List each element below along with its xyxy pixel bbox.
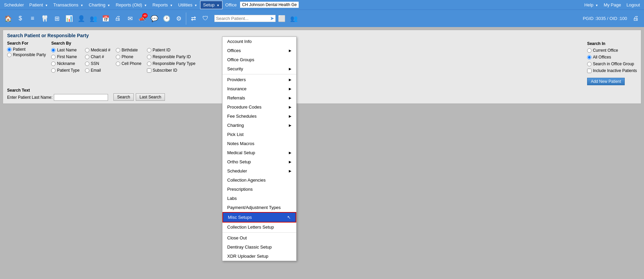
menu-scheduler[interactable]: Scheduler ▶ (222, 166, 296, 176)
inactive-check[interactable] (587, 69, 592, 73)
nav-mypage[interactable]: My Page (601, 1, 624, 9)
nav-reports-old[interactable]: Reports (Old) ▼ (113, 1, 150, 9)
chart-radio[interactable] (85, 55, 89, 59)
pattype-radio-row: Patient Type (51, 68, 80, 73)
inactive-label: Include Inactive Patients (593, 68, 637, 73)
list-icon[interactable]: ≡ (26, 13, 39, 25)
right-options-label (147, 41, 196, 46)
tooth-icon[interactable]: 🦷 (39, 13, 51, 25)
square-icon[interactable]: ⬜ (276, 13, 288, 25)
menu-payment-adjustment-types[interactable]: Payment/Adjustment Types (222, 203, 296, 212)
phone-radio[interactable] (116, 55, 120, 59)
chart-icon[interactable]: 📊 (63, 13, 75, 25)
nav-reports[interactable]: Reports ▼ (150, 1, 175, 9)
medicaid-radio[interactable] (85, 48, 89, 52)
patient-radio[interactable] (7, 47, 12, 52)
cell-label: Cell Phone (122, 61, 142, 66)
menu-ortho-setup[interactable]: Ortho Setup ▶ (222, 157, 296, 166)
menu-collection-agencies[interactable]: Collection Agencies (222, 176, 296, 185)
menu-medical-setup[interactable]: Medical Setup ▶ (222, 148, 296, 157)
menu-misc-setups[interactable]: Misc Setups ↖ (222, 212, 296, 223)
menu-offices[interactable]: Offices ▶ (222, 46, 296, 55)
nav-charting[interactable]: Charting ▼ (86, 1, 113, 9)
menu-xdr-uploader[interactable]: XDR Uploader Setup (222, 252, 296, 261)
nav-setup[interactable]: Setup ▼ (200, 1, 223, 9)
menu-notes-macros[interactable]: Notes Macros (222, 139, 296, 148)
transfer-icon[interactable]: ⇄ (187, 13, 199, 25)
menu-referrals[interactable]: Referrals ▶ (222, 93, 296, 102)
last-name-input[interactable] (54, 94, 108, 101)
birthdate-label: Birthdate (122, 48, 138, 52)
nickname-radio[interactable] (51, 62, 56, 66)
search-arrow-icon[interactable]: ➤ (270, 16, 274, 21)
nav-office[interactable]: Office (222, 1, 239, 9)
person-icon[interactable]: 👤 (75, 13, 87, 25)
menu-security[interactable]: Security ▶ (222, 64, 296, 73)
responsible-party-radio[interactable] (7, 53, 12, 57)
birthdate-row: Birthdate (116, 48, 142, 52)
menu-procedure-codes[interactable]: Procedure Codes ▶ (222, 102, 296, 112)
scan-icon[interactable]: ⊞ (51, 13, 63, 25)
birthdate-radio[interactable] (116, 48, 120, 52)
scheduler-arrow-icon: ▶ (289, 169, 292, 173)
mail-icon[interactable]: ✉ (124, 13, 136, 25)
menu-collection-letters-setup[interactable]: Collection Letters Setup (222, 223, 296, 232)
medical-setup-arrow-icon: ▶ (289, 151, 292, 155)
patient-label: Patient (13, 47, 25, 52)
menu-charting[interactable]: Charting ▶ (222, 121, 296, 130)
nav-patient[interactable]: Patient ▼ (27, 1, 51, 9)
firstname-label: First Name (57, 54, 77, 59)
settings-icon[interactable]: ⚙ (173, 13, 185, 25)
rptype-radio[interactable] (147, 62, 151, 66)
menu-insurance[interactable]: Insurance ▶ (222, 84, 296, 93)
search-text-row: Search Text Enter Patient Last Name: Sea… (7, 88, 637, 101)
dollar-icon[interactable]: $ (14, 13, 26, 25)
lastname-radio[interactable] (51, 48, 56, 52)
all-offices-radio[interactable] (587, 55, 592, 60)
current-office-row: Current Office (587, 48, 637, 53)
home-icon[interactable]: 🏠 (2, 13, 14, 25)
cell-radio[interactable] (116, 62, 120, 66)
nav-help[interactable]: Help ▼ (582, 1, 601, 9)
nav-logout[interactable]: Logout (624, 1, 643, 9)
menu-fee-schedules[interactable]: Fee Schedules ▶ (222, 112, 296, 121)
subscriberid-check[interactable] (147, 68, 151, 73)
menu-pick-list[interactable]: Pick List (222, 130, 296, 139)
menu-account-info[interactable]: Account Info (222, 37, 296, 46)
patientid-radio[interactable] (147, 48, 151, 52)
menu-providers[interactable]: Providers ▶ (222, 75, 296, 84)
menu-prescriptions[interactable]: Prescriptions (222, 185, 296, 194)
pattype-radio[interactable] (51, 68, 56, 73)
email-radio[interactable] (85, 68, 89, 73)
middle-options-section: Birthdate Phone Cell Phone (116, 41, 142, 67)
menu-separator-1 (222, 74, 296, 74)
calendar-icon[interactable]: 📅 (100, 13, 112, 25)
people-icon[interactable]: 👥 (87, 13, 100, 25)
notification-icon[interactable]: 📣 48 (136, 13, 148, 25)
nav-transactions[interactable]: Transactions ▼ (51, 1, 86, 9)
nav-scheduler[interactable]: Scheduler (1, 1, 27, 9)
users-icon[interactable]: 👥 (288, 13, 300, 25)
shield-icon[interactable]: 🛡 (199, 13, 212, 25)
add-new-patient-button[interactable]: Add New Patient (587, 78, 625, 85)
rpid-radio[interactable] (147, 55, 151, 59)
clock-icon[interactable]: 🕐 (160, 13, 173, 25)
menu-separator-2 (222, 232, 296, 233)
menu-office-groups[interactable]: Office Groups (222, 55, 296, 64)
search-button[interactable]: Search (113, 93, 134, 101)
print-icon[interactable]: 🖨 (112, 13, 124, 25)
action-buttons: Search Last Search (113, 93, 165, 101)
menu-labs[interactable]: Labs (222, 194, 296, 203)
ssn-radio[interactable] (85, 62, 89, 66)
middle-options-label (116, 41, 142, 46)
search-patient-input[interactable] (216, 16, 270, 21)
last-search-button[interactable]: Last Search (136, 93, 165, 101)
nav-utilities[interactable]: Utilities ▼ (175, 1, 200, 9)
current-office-radio[interactable] (587, 48, 592, 53)
menu-close-out[interactable]: Close Out (222, 233, 296, 242)
firstname-radio[interactable] (51, 55, 56, 59)
chat-icon[interactable]: 💬 (148, 13, 160, 25)
office-group-radio[interactable] (587, 62, 592, 66)
menu-dentiray-classic[interactable]: Dentiray Classic Setup (222, 242, 296, 252)
print2-icon[interactable]: 🖨 (630, 13, 642, 25)
